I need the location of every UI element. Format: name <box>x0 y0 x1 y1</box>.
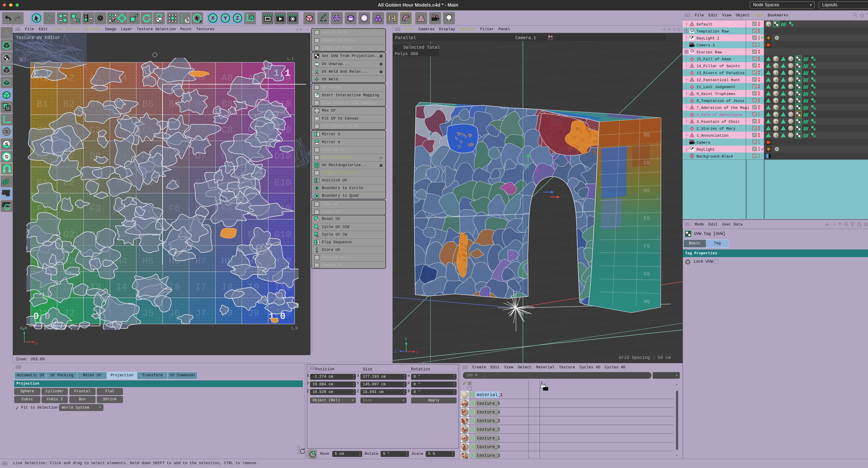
svg-text:texture_3: texture_3 <box>477 453 500 458</box>
svg-text:S: S <box>181 17 183 20</box>
svg-text:texture_2: texture_2 <box>477 427 500 432</box>
svg-text:13_Rivers of Paradise: 13_Rivers of Paradise <box>696 71 745 76</box>
svg-text:3_Fountain of Choir: 3_Fountain of Choir <box>696 120 740 124</box>
svg-text:X: X <box>211 15 214 21</box>
svg-text:1,1: 1,1 <box>287 57 294 61</box>
svg-text:8_Temptation of Jesus: 8_Temptation of Jesus <box>696 99 745 103</box>
svg-text:S: S <box>5 142 8 147</box>
svg-text:12_Fantastical Hunt: 12_Fantastical Hunt <box>696 78 740 82</box>
svg-text:Camera.1: Camera.1 <box>515 35 536 40</box>
svg-text:B5: B5 <box>644 132 650 138</box>
svg-text:H5: H5 <box>644 299 650 305</box>
svg-text:F5: F5 <box>644 243 650 249</box>
svg-text:Z: Z <box>236 15 239 21</box>
svg-text:0,1: 0,1 <box>20 57 26 61</box>
svg-text:Camera.1: Camera.1 <box>696 43 715 48</box>
svg-text:G5: G5 <box>644 271 650 277</box>
svg-text:texture_3: texture_3 <box>477 418 500 423</box>
svg-text:Grid Spacing : 50 cm: Grid Spacing : 50 cm <box>619 355 671 360</box>
svg-text:C5: C5 <box>644 160 650 166</box>
svg-text:S: S <box>5 129 8 135</box>
svg-text:texture_0: texture_0 <box>477 444 500 449</box>
svg-text:7_Adoration of the Magi: 7_Adoration of the Magi <box>696 106 749 110</box>
svg-text:Background-Black: Background-Black <box>696 154 733 159</box>
svg-text:1_Annunciation: 1_Annunciation <box>696 134 728 138</box>
svg-text:DayLight.1: DayLight.1 <box>696 36 719 41</box>
svg-text:E5: E5 <box>644 215 650 222</box>
svg-text:1,0: 1,0 <box>291 326 298 330</box>
svg-text:11_Last Judgement: 11_Last Judgement <box>696 85 735 89</box>
svg-text:Default: Default <box>696 22 712 27</box>
svg-text:R: R <box>181 20 183 22</box>
svg-text:2_Stories of Mary: 2_Stories of Mary <box>696 127 735 131</box>
svg-text:Temptation Raw: Temptation Raw <box>696 29 728 34</box>
svg-text:Camera: Camera <box>696 141 710 145</box>
svg-text:V: V <box>23 327 25 332</box>
svg-text:D5: D5 <box>644 188 650 194</box>
svg-text:4_Gate of Apocalypse: 4_Gate of Apocalypse <box>696 113 742 117</box>
svg-text:Y: Y <box>224 15 227 21</box>
svg-text:X: X <box>416 350 418 355</box>
svg-text:U: U <box>35 342 37 346</box>
svg-text:Stories Raw: Stories Raw <box>696 50 722 55</box>
svg-text:texture_5: texture_5 <box>477 401 500 406</box>
svg-text:Y: Y <box>405 338 407 342</box>
svg-text:DayLight: DayLight <box>696 147 715 152</box>
svg-text:Parallel: Parallel <box>395 35 416 40</box>
svg-text:texture_4: texture_4 <box>477 410 500 415</box>
svg-text:texture_1: texture_1 <box>477 436 500 441</box>
svg-text:Texture UV Editor: Texture UV Editor <box>16 35 60 40</box>
svg-text:Selected Total: Selected Total <box>403 45 440 50</box>
svg-text:Z: Z <box>395 350 397 354</box>
svg-text:Polys 308: Polys 308 <box>395 52 418 56</box>
svg-text:14_Pillar of Saints: 14_Pillar of Saints <box>696 64 740 68</box>
svg-text:15_Fall of Adam: 15_Fall of Adam <box>696 57 731 61</box>
svg-text:material_1: material_1 <box>477 392 503 398</box>
svg-text:9_Saint Trophimes: 9_Saint Trophimes <box>696 92 735 96</box>
